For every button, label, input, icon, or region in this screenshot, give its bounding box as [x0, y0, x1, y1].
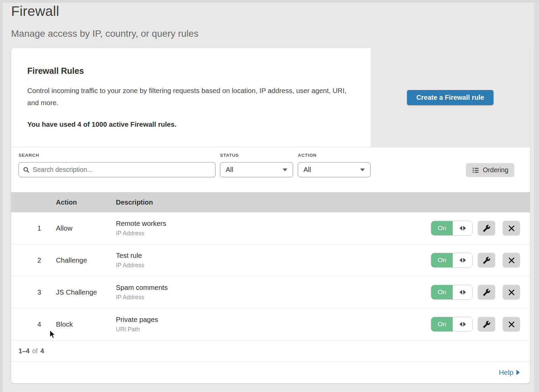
status-label: STATUS: [220, 153, 293, 158]
rule-enable-toggle[interactable]: On: [431, 221, 473, 236]
help-link[interactable]: Help: [499, 368, 520, 376]
arrow-right-icon: [463, 290, 466, 295]
edit-rule-button[interactable]: [478, 285, 495, 300]
delete-rule-button[interactable]: [503, 253, 520, 268]
toggle-on-label: On: [431, 253, 453, 267]
chevron-down-icon: [360, 169, 365, 171]
rule-description-cell: Spam comments IP Address: [116, 283, 431, 301]
table-row: 2 Challenge Test rule IP Address On: [11, 244, 530, 276]
search-filter-group: SEARCH: [19, 153, 216, 177]
delete-rule-button[interactable]: [503, 221, 520, 236]
page-header: Firewall Manage access by IP, country, o…: [0, 0, 539, 39]
rule-controls: On: [431, 221, 520, 236]
pagination-range: 1–4: [19, 347, 30, 355]
pagination: 1–4 of 4: [11, 340, 530, 362]
rule-description: Spam comments: [116, 283, 431, 292]
rule-action: Allow: [56, 224, 116, 232]
delete-rule-button[interactable]: [503, 317, 520, 332]
overview-section: Firewall Rules Control incoming traffic …: [11, 48, 530, 147]
table-row: 1 Allow Remote workers IP Address On: [11, 212, 530, 244]
arrow-right-icon: [463, 226, 466, 231]
pagination-total: 4: [40, 347, 44, 355]
edit-rule-button[interactable]: [478, 317, 495, 332]
overview-heading: Firewall Rules: [27, 66, 357, 76]
wrench-icon: [483, 224, 490, 232]
edit-rule-button[interactable]: [478, 253, 495, 268]
overview-description: Control incoming traffic to your zone by…: [27, 85, 351, 109]
usage-note: You have used 4 of 1000 active Firewall …: [27, 120, 357, 128]
firewall-page: Firewall Manage access by IP, country, o…: [0, 0, 539, 392]
create-firewall-rule-button[interactable]: Create a Firewall rule: [407, 90, 494, 105]
rule-description: Private pages: [116, 315, 431, 324]
pagination-of-label: of: [32, 347, 38, 355]
action-filter-group: ACTION All: [293, 153, 371, 177]
arrow-left-icon: [459, 226, 462, 231]
overview-text: Firewall Rules Control incoming traffic …: [11, 48, 371, 147]
action-select-value: All: [304, 166, 311, 174]
toggle-on-label: On: [431, 317, 453, 331]
close-icon: [508, 321, 515, 328]
search-input[interactable]: [33, 166, 211, 174]
table-header-row: Action Description: [11, 192, 530, 212]
rule-priority: 2: [11, 257, 56, 264]
rule-action: JS Challenge: [56, 288, 116, 296]
rule-enable-toggle[interactable]: On: [431, 285, 473, 300]
close-icon: [508, 225, 515, 232]
table-row: 3 JS Challenge Spam comments IP Address …: [11, 276, 530, 308]
ordering-button[interactable]: Ordering: [466, 163, 514, 177]
arrow-left-icon: [459, 322, 462, 327]
rule-description: Remote workers: [116, 219, 431, 228]
rule-match-type: URI Path: [116, 326, 431, 333]
toggle-handle[interactable]: [453, 317, 472, 331]
close-icon: [508, 289, 515, 296]
toggle-on-label: On: [431, 285, 453, 299]
rule-description-cell: Test rule IP Address: [116, 251, 431, 269]
help-link-label: Help: [499, 368, 513, 376]
action-column-header: Action: [56, 199, 116, 206]
rule-description: Test rule: [116, 251, 431, 260]
rule-match-type: IP Address: [116, 230, 431, 237]
toggle-handle[interactable]: [453, 285, 472, 299]
arrow-left-icon: [459, 290, 462, 295]
firewall-rules-card: Firewall Rules Control incoming traffic …: [11, 48, 530, 383]
search-icon: [23, 167, 30, 173]
table-row: 4 Block Private pages URI Path On: [11, 308, 530, 340]
search-label: SEARCH: [19, 153, 216, 158]
wrench-icon: [483, 257, 490, 264]
ordering-button-label: Ordering: [483, 166, 508, 174]
rule-controls: On: [431, 317, 520, 332]
card-footer: Help: [11, 362, 530, 383]
rule-enable-toggle[interactable]: On: [431, 253, 473, 268]
filters-bar: SEARCH STATUS All: [11, 147, 530, 192]
rule-match-type: IP Address: [116, 294, 431, 301]
status-filter-group: STATUS All: [216, 153, 293, 177]
rule-priority: 3: [11, 289, 56, 296]
arrow-right-icon: [463, 322, 466, 327]
wrench-icon: [483, 289, 490, 296]
rule-priority: 1: [11, 224, 56, 232]
create-rule-panel: Create a Firewall rule: [371, 48, 530, 147]
rule-action: Block: [56, 320, 116, 328]
rule-priority: 4: [11, 321, 56, 328]
rule-enable-toggle[interactable]: On: [431, 317, 473, 332]
toggle-handle[interactable]: [453, 253, 472, 267]
rule-controls: On: [431, 285, 520, 300]
chevron-down-icon: [283, 169, 287, 171]
edit-rule-button[interactable]: [478, 221, 495, 236]
rule-match-type: IP Address: [116, 262, 431, 269]
toggle-handle[interactable]: [453, 221, 472, 235]
page-title: Firewall: [11, 3, 539, 19]
delete-rule-button[interactable]: [503, 285, 520, 300]
arrow-left-icon: [459, 258, 462, 263]
action-select[interactable]: All: [298, 162, 371, 177]
status-select[interactable]: All: [220, 162, 293, 177]
description-column-header: Description: [116, 199, 530, 206]
page-subtitle: Manage access by IP, country, or query r…: [11, 28, 539, 39]
search-box[interactable]: [19, 162, 216, 177]
arrow-right-icon: [463, 258, 466, 263]
rule-description-cell: Private pages URI Path: [116, 315, 431, 333]
action-label: ACTION: [298, 153, 371, 158]
rule-controls: On: [431, 253, 520, 268]
close-icon: [508, 257, 515, 264]
rule-action: Challenge: [56, 256, 116, 264]
